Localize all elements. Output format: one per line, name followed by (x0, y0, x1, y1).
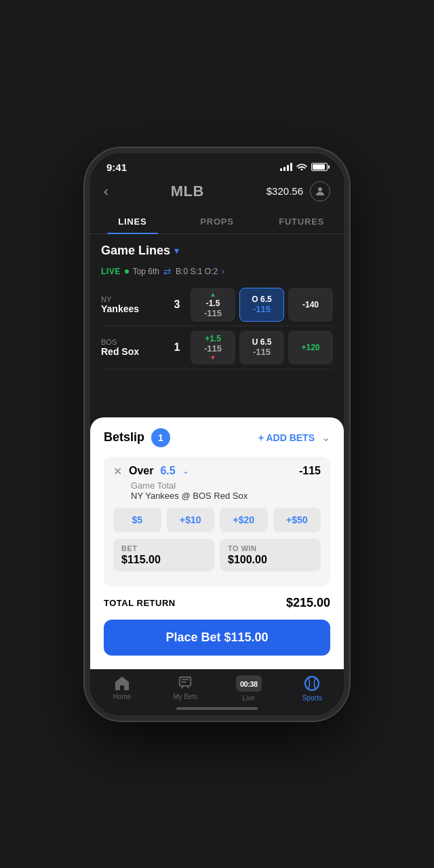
nav-sports-label: Sports (302, 694, 322, 702)
total-return-row: TOTAL RETURN $215.00 (104, 595, 330, 611)
quick-amount-50[interactable]: +$50 (273, 508, 321, 532)
live-inning: Top 6th (133, 267, 159, 276)
bet-value-dropdown[interactable]: ⌄ (182, 466, 189, 476)
game-lines-title: Game Lines (101, 244, 170, 258)
live-info-chevron[interactable]: › (222, 267, 224, 276)
nav-home-label: Home (113, 693, 131, 700)
place-bet-button[interactable]: Place Bet $115.00 (104, 620, 330, 656)
bet-cells-yankees: ▲ -1.5 -115 O 6.5 -115 -140 (191, 288, 333, 322)
nav-live[interactable]: 00:38 Live (217, 675, 281, 702)
bet-total-odds-redsox: -115 (253, 347, 271, 357)
game-section: Game Lines ▾ LIVE Top 6th ⇄ B:0 S:1 O:2 … (90, 234, 344, 376)
account-balance: $320.56 (267, 185, 303, 197)
bet-amount-field[interactable]: BET $115.00 (113, 539, 214, 571)
betslip-header: Betslip 1 + ADD BETS ⌄ (104, 428, 330, 447)
sports-icon (304, 675, 320, 692)
remove-bet-button[interactable]: ✕ (113, 465, 122, 478)
signal-icon (280, 163, 292, 171)
betslip-panel: Betslip 1 + ADD BETS ⌄ ✕ Over 6.5 ⌄ (90, 417, 344, 669)
bet-total-top-redsox: U 6.5 (252, 337, 272, 347)
quick-amount-20[interactable]: +$20 (220, 508, 268, 532)
avatar[interactable] (310, 181, 330, 202)
quick-amount-5[interactable]: $5 (113, 508, 161, 532)
bet-spread-top-redsox: +1.5 (205, 334, 221, 343)
header: ‹ MLB $320.56 (90, 176, 344, 210)
to-win-label: TO WIN (228, 544, 313, 552)
bet-cell-yankees-total[interactable]: O 6.5 -115 (239, 288, 284, 322)
quick-amount-10[interactable]: +$10 (167, 508, 215, 532)
trend-down-icon: ▼ (210, 354, 216, 361)
nav-mybets[interactable]: My Bets (154, 675, 218, 702)
bet-odds: -115 (299, 465, 321, 477)
tab-lines[interactable]: LINES (90, 210, 175, 233)
nav-sports[interactable]: Sports (281, 675, 344, 702)
home-indicator-bar (90, 704, 344, 715)
bet-ml-value: -140 (302, 300, 319, 309)
battery-icon (311, 163, 328, 171)
total-return-value: $215.00 (286, 596, 330, 610)
bottom-nav: Home My Bets 00:38 Live (90, 669, 344, 704)
svg-point-0 (318, 187, 322, 191)
table-row: BOS Red Sox 1 +1.5 -115 ▼ (101, 326, 333, 369)
bet-cell-redsox-ml[interactable]: +120 (288, 331, 333, 364)
betslip-actions: + ADD BETS ⌄ (258, 431, 330, 444)
live-indicator: LIVE Top 6th ⇄ B:0 S:1 O:2 › (101, 266, 333, 277)
bet-matchup: NY Yankees @ BOS Red Sox (131, 491, 321, 501)
bet-cell-redsox-spread[interactable]: +1.5 -115 ▼ (191, 331, 235, 364)
game-lines-header: Game Lines ▾ (101, 244, 333, 258)
bet-item: ✕ Over 6.5 ⌄ -115 Game Total NY Yankees … (104, 457, 330, 586)
to-win-field: TO WIN $100.00 (220, 539, 321, 571)
betslip-collapse-icon[interactable]: ⌄ (321, 431, 330, 444)
to-win-value: $100.00 (228, 554, 313, 566)
tab-props[interactable]: PROPS (175, 210, 260, 233)
bet-amount-value: $115.00 (121, 554, 206, 566)
bet-win-row: BET $115.00 TO WIN $100.00 (113, 539, 321, 571)
table-row: NY Yankees 3 ▲ -1.5 -115 (101, 284, 333, 326)
back-button[interactable]: ‹ (104, 183, 108, 199)
phone-screen: 9:41 (90, 153, 344, 715)
live-timer-icon: 00:38 (236, 675, 262, 692)
page-title: MLB (171, 183, 204, 200)
total-return-label: TOTAL RETURN (104, 598, 176, 608)
team-name-yankees: Yankees (101, 303, 170, 314)
bet-ml-redsox: +120 (301, 343, 319, 352)
bet-spread-odds-redsox: -115 (204, 343, 222, 354)
bet-cell-redsox-total[interactable]: U 6.5 -115 (239, 331, 284, 364)
status-bar: 9:41 (90, 153, 344, 176)
betslip-count-badge: 1 (151, 428, 170, 447)
bet-type-label: Over (129, 465, 153, 477)
bet-label: BET (121, 544, 206, 552)
live-dot (125, 269, 129, 273)
tab-futures[interactable]: FUTURES (259, 210, 344, 233)
bets-icon (177, 675, 193, 690)
tab-bar: LINES PROPS FUTURES (90, 210, 344, 234)
team-abbr-yankees: NY (101, 295, 170, 303)
add-bets-button[interactable]: + ADD BETS (258, 432, 315, 443)
betslip-title-area: Betslip 1 (104, 428, 170, 447)
bet-spread-top: -1.5 (206, 299, 220, 308)
bet-cell-yankees-ml[interactable]: -140 (288, 288, 333, 322)
nav-home[interactable]: Home (90, 675, 154, 702)
live-badge: LIVE (101, 267, 121, 276)
home-indicator (176, 707, 258, 710)
header-right: $320.56 (267, 181, 330, 202)
nav-mybets-label: My Bets (173, 693, 197, 700)
bet-item-header: ✕ Over 6.5 ⌄ -115 (113, 465, 321, 478)
nav-live-label: Live (243, 694, 255, 702)
bet-cell-yankees-spread[interactable]: ▲ -1.5 -115 (191, 288, 235, 322)
bet-total-top: O 6.5 (252, 295, 271, 304)
game-lines-dropdown[interactable]: ▾ (174, 245, 179, 256)
wifi-icon (296, 162, 307, 172)
bet-cells-redsox: +1.5 -115 ▼ U 6.5 -115 +120 (191, 331, 333, 364)
betslip-title: Betslip (104, 430, 144, 445)
status-time: 9:41 (106, 162, 127, 173)
team-name-redsox: Red Sox (101, 346, 170, 357)
bet-total-odds: -115 (253, 304, 271, 314)
team-info-yankees: NY Yankees (101, 295, 170, 314)
live-sort-icon: ⇄ (163, 266, 172, 277)
trend-up-icon: ▲ (210, 291, 216, 298)
game-table: NY Yankees 3 ▲ -1.5 -115 (101, 284, 333, 369)
team-score-redsox: 1 (170, 341, 184, 354)
svg-rect-1 (180, 677, 191, 685)
team-abbr-redsox: BOS (101, 338, 170, 346)
